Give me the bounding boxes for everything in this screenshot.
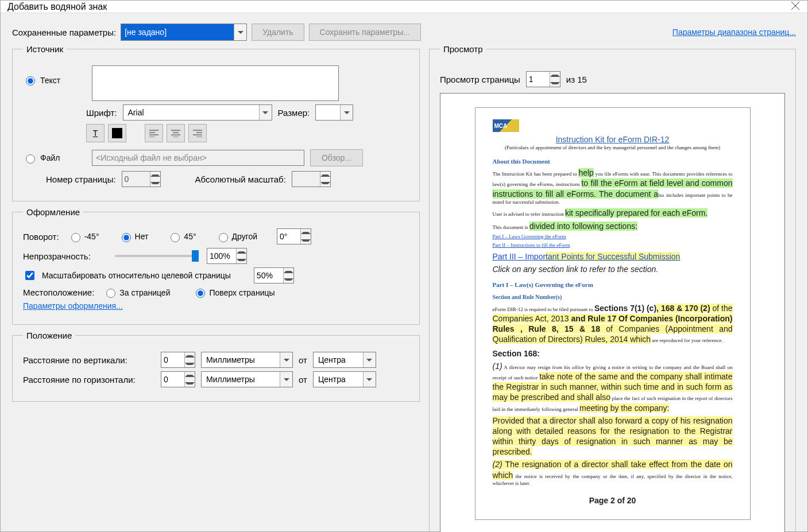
spinner-down-icon[interactable] (150, 179, 160, 187)
file-path-input[interactable] (92, 150, 304, 166)
hdist-value[interactable] (161, 372, 184, 387)
opacity-slider[interactable] (115, 255, 195, 257)
chevron-down-icon[interactable] (259, 105, 272, 120)
position-group: Положение Расстояние по вертикали: Милли… (12, 331, 420, 402)
align-center-icon[interactable] (167, 124, 185, 142)
hdist-units[interactable]: Миллиметры (201, 371, 293, 387)
from-label: от (299, 355, 307, 365)
spinner-down-icon[interactable] (185, 379, 195, 387)
opacity-value[interactable] (207, 248, 236, 263)
scale-rel-label: Масштабировать относительно целевой стра… (42, 271, 231, 280)
preview-document: MCA Instruction Kit for eForm DIR-12 (Pa… (475, 107, 751, 520)
size-select[interactable] (315, 104, 353, 121)
scale-rel-spinner[interactable] (254, 267, 294, 284)
abs-scale-value[interactable] (292, 172, 320, 187)
abs-scale-spinner[interactable] (292, 171, 331, 187)
dialog-title: Добавить водяной знак (7, 2, 107, 12)
from-label: от (299, 375, 307, 385)
opacity-spinner[interactable] (207, 248, 247, 264)
chevron-down-icon[interactable] (234, 24, 246, 40)
spinner-up-icon[interactable] (185, 352, 195, 360)
page-num-label: Номер страницы: (46, 174, 116, 184)
delete-button[interactable]: Удалить (252, 24, 304, 41)
slider-thumb[interactable] (192, 250, 199, 262)
spinner-up-icon[interactable] (284, 268, 293, 275)
hdist-spinner[interactable] (161, 371, 195, 387)
scale-rel-check[interactable] (25, 271, 34, 280)
hdist-from[interactable]: Центра (313, 371, 376, 387)
rot-value[interactable] (277, 229, 300, 244)
rot-m45-radio[interactable] (71, 233, 80, 242)
chevron-down-icon[interactable] (280, 372, 292, 387)
titlebar: Добавить водяной знак (1, 1, 807, 13)
rot-45-radio[interactable] (171, 233, 180, 242)
vdist-label: Расстояние по вертикали: (23, 355, 155, 365)
vdist-units[interactable]: Миллиметры (201, 352, 293, 368)
rot-none-radio[interactable] (122, 233, 131, 242)
preview-page-label: Просмотр страницы (440, 75, 520, 84)
rotate-label: Поворот: (23, 232, 59, 242)
source-group: Источник Текст Шрифт: Arial (12, 44, 420, 201)
spinner-down-icon[interactable] (237, 256, 246, 263)
rot-value-spinner[interactable] (277, 228, 311, 244)
vdist-value[interactable] (161, 352, 184, 367)
doc-link-part3[interactable]: Part III – Important Points for Successf… (493, 255, 681, 261)
spinner-up-icon[interactable] (237, 248, 246, 256)
chevron-down-icon[interactable] (340, 105, 353, 120)
align-left-icon[interactable] (145, 124, 163, 142)
watermark-text-input[interactable] (92, 65, 339, 101)
file-radio[interactable] (26, 154, 35, 164)
vdist-spinner[interactable] (161, 352, 195, 368)
save-params-button[interactable]: Сохранить параметры... (309, 24, 421, 41)
spinner-down-icon[interactable] (284, 275, 293, 283)
spinner-down-icon[interactable] (301, 236, 311, 244)
size-label: Размер: (278, 108, 310, 118)
logo-icon: MCA (493, 119, 519, 132)
appearance-group: Оформление Поворот: -45° Нет 45° Другой (12, 207, 420, 325)
spinner-down-icon[interactable] (550, 79, 560, 87)
saved-params-label: Сохраненные параметры: (12, 28, 116, 37)
text-radio-label: Текст (40, 76, 60, 85)
font-value: Arial (123, 108, 259, 117)
preview-legend: Просмотр (440, 44, 486, 54)
behind-radio[interactable] (106, 289, 115, 298)
page-num-value[interactable] (122, 172, 150, 187)
spinner-up-icon[interactable] (185, 372, 195, 379)
preview-frame: MCA Instruction Kit for eForm DIR-12 (Pa… (440, 93, 785, 532)
spinner-up-icon[interactable] (320, 172, 330, 179)
spinner-down-icon[interactable] (320, 179, 330, 187)
file-radio-label: Файл (40, 153, 60, 162)
doc-link-part1[interactable]: Part I – Laws Governing the eForm (493, 234, 566, 239)
appearance-params-link[interactable]: Параметры оформления... (23, 301, 123, 310)
saved-params-combo[interactable]: [не задано] (121, 24, 247, 41)
font-label: Шрифт: (86, 108, 117, 118)
underline-icon[interactable]: T (86, 124, 105, 142)
close-icon[interactable] (790, 1, 801, 13)
chevron-down-icon[interactable] (363, 372, 376, 387)
preview-page-value[interactable] (527, 72, 550, 87)
spinner-up-icon[interactable] (301, 229, 311, 236)
chevron-down-icon[interactable] (280, 352, 292, 367)
color-swatch[interactable] (108, 124, 126, 142)
spinner-down-icon[interactable] (185, 360, 195, 367)
doc-link-part2[interactable]: Part II – Instructions to fill the eForm (493, 242, 570, 248)
spinner-up-icon[interactable] (550, 72, 560, 79)
preview-group: Просмотр Просмотр страницы из 15 MCA Ins… (429, 44, 796, 532)
align-right-icon[interactable] (188, 124, 207, 142)
preview-page-spinner[interactable] (526, 71, 560, 87)
preview-of-label: из 15 (566, 75, 587, 84)
rot-other-radio[interactable] (219, 233, 228, 242)
scale-rel-value[interactable] (254, 268, 283, 283)
text-radio[interactable] (26, 76, 35, 86)
page-num-spinner[interactable] (122, 171, 161, 187)
vdist-from[interactable]: Центра (313, 352, 376, 368)
font-select[interactable]: Arial (123, 104, 272, 121)
browse-button[interactable]: Обзор... (310, 149, 363, 166)
position-legend: Положение (23, 331, 75, 340)
spinner-up-icon[interactable] (150, 172, 160, 179)
chevron-down-icon[interactable] (363, 352, 376, 367)
over-radio[interactable] (196, 289, 205, 298)
source-legend: Источник (23, 44, 67, 54)
appearance-legend: Оформление (23, 207, 83, 217)
page-range-link[interactable]: Параметры диапазона страниц... (672, 28, 796, 37)
